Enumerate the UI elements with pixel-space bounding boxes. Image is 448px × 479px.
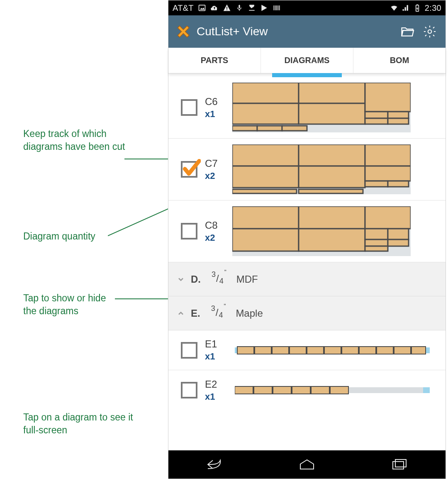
diagram-qty: x1 (205, 351, 225, 362)
app-logo-icon (176, 24, 191, 39)
android-nav-bar (168, 450, 446, 479)
svg-rect-25 (388, 112, 409, 118)
diagram-id: E1 (205, 338, 225, 350)
svg-rect-24 (365, 112, 388, 118)
svg-rect-59 (324, 347, 341, 354)
cut-checkbox[interactable] (181, 382, 197, 398)
diagram-thumbnail[interactable] (235, 345, 430, 356)
svg-rect-57 (290, 347, 306, 354)
recent-apps-icon (391, 458, 408, 471)
diagram-thumbnail[interactable] (235, 385, 430, 396)
annotation-track-cut: Keep track of which diagrams have been c… (23, 127, 144, 153)
cut-checkbox[interactable] (181, 342, 197, 359)
recent-apps-button[interactable] (388, 456, 411, 473)
phone-frame: AT&T 2:30 CutList+ View (168, 0, 446, 479)
tab-parts[interactable]: PARTS (168, 48, 261, 73)
diagram-thumbnail[interactable] (232, 206, 411, 256)
svg-rect-27 (388, 118, 409, 124)
svg-rect-7 (239, 5, 240, 8)
status-bar: AT&T 2:30 (168, 0, 446, 15)
download-done-icon (248, 4, 256, 12)
svg-rect-26 (365, 118, 388, 124)
diagram-row[interactable]: E1 x1 (168, 330, 446, 370)
diagram-thumbnail[interactable] (232, 144, 411, 194)
svg-rect-9 (249, 10, 254, 11)
svg-rect-46 (299, 229, 365, 251)
warning-icon (223, 4, 231, 12)
cut-checkbox[interactable] (181, 223, 197, 240)
group-material: Maple (236, 308, 263, 319)
svg-rect-40 (232, 189, 297, 193)
group-thickness: 3/4" (211, 307, 226, 320)
svg-rect-19 (232, 83, 299, 103)
svg-rect-64 (411, 347, 426, 354)
svg-rect-66 (423, 387, 430, 393)
svg-rect-72 (330, 386, 348, 394)
svg-rect-45 (232, 229, 299, 251)
svg-rect-35 (299, 166, 365, 188)
diagram-row[interactable]: C7 x2 (168, 139, 446, 200)
settings-button[interactable] (421, 23, 438, 40)
svg-rect-22 (299, 103, 365, 124)
svg-rect-49 (388, 229, 409, 240)
chevron-down-icon (177, 275, 185, 283)
svg-rect-60 (342, 347, 358, 354)
group-letter: D. (191, 274, 201, 285)
back-button[interactable] (203, 456, 226, 473)
svg-rect-69 (273, 386, 291, 394)
diagram-row[interactable]: E2 x1 (168, 370, 446, 410)
open-file-button[interactable] (399, 23, 416, 40)
material-group-header[interactable]: D. 3/4" MDF (168, 262, 446, 296)
svg-rect-13 (278, 5, 278, 10)
svg-rect-71 (311, 386, 329, 394)
folder-open-icon (400, 24, 415, 39)
home-button[interactable] (295, 456, 319, 473)
svg-rect-62 (377, 347, 393, 354)
tab-bom[interactable]: BOM (353, 48, 446, 73)
group-material: MDF (236, 274, 258, 285)
svg-rect-14 (279, 5, 280, 10)
cloud-upload-icon (210, 4, 219, 12)
svg-rect-34 (232, 166, 299, 188)
svg-rect-28 (232, 126, 257, 131)
home-icon (299, 458, 315, 471)
diagram-row[interactable]: C8 x2 (168, 200, 446, 262)
diagram-id: C7 (205, 158, 225, 169)
battery-charging-icon (413, 4, 421, 12)
svg-rect-68 (254, 386, 272, 394)
app-bar: CutList+ View (168, 15, 446, 48)
svg-rect-47 (365, 206, 411, 229)
svg-rect-29 (257, 126, 282, 131)
diagram-id: E2 (205, 379, 225, 390)
tab-diagrams[interactable]: DIAGRAMS (261, 48, 353, 73)
annotation-qty: Diagram quantity (23, 230, 95, 243)
svg-rect-5 (226, 7, 227, 9)
annotation-fullscreen: Tap on a diagram to see it full-screen (23, 411, 139, 437)
cut-checkbox[interactable] (181, 99, 197, 116)
diagram-qty: x1 (205, 391, 225, 402)
diagram-list[interactable]: C6 x1 (168, 77, 446, 450)
svg-rect-38 (365, 181, 388, 187)
diagram-thumbnail[interactable] (232, 83, 411, 132)
svg-rect-74 (395, 459, 406, 467)
group-letter: E. (191, 308, 200, 319)
diagram-id: C6 (205, 96, 225, 108)
wifi-icon (390, 4, 398, 12)
barcode-icon (273, 4, 281, 12)
diagram-id: C8 (205, 220, 225, 231)
svg-point-17 (428, 30, 432, 34)
svg-rect-63 (394, 347, 411, 354)
gear-icon (423, 24, 437, 39)
svg-rect-37 (365, 166, 411, 181)
svg-rect-73 (393, 462, 404, 469)
play-store-icon (260, 4, 268, 12)
group-thickness: 3/4" (212, 273, 226, 286)
material-group-header[interactable]: E. 3/4" Maple (168, 296, 446, 330)
svg-rect-32 (232, 144, 299, 166)
svg-rect-58 (307, 347, 324, 354)
cut-checkbox[interactable] (181, 161, 197, 178)
picture-icon (198, 4, 206, 12)
diagram-row[interactable]: C6 x1 (168, 77, 446, 139)
chevron-up-icon (177, 309, 185, 318)
checkmark-icon (182, 159, 201, 178)
